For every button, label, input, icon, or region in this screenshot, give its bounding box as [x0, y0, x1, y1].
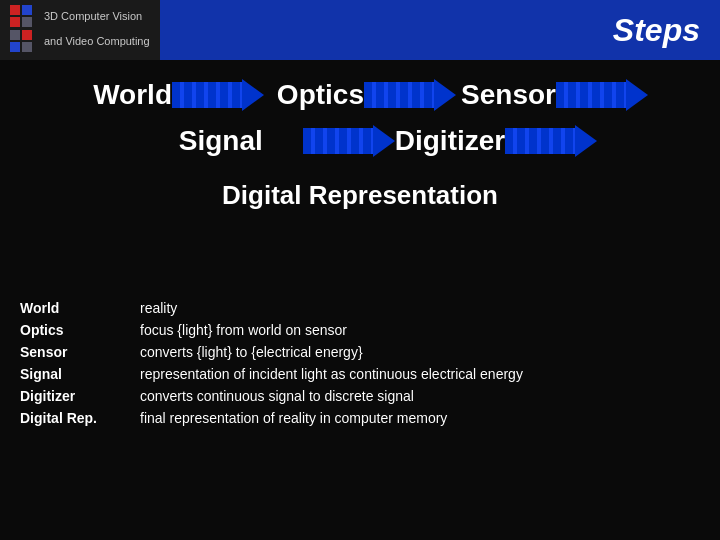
flow-row-2: Signal Digitizer [123, 116, 597, 166]
logo-sq-blue2 [10, 42, 20, 52]
digital-rep-label: Digital Representation [222, 180, 498, 211]
signal-label: Signal [123, 125, 303, 157]
arrow-body-4 [303, 128, 373, 154]
optics-label: Optics [264, 79, 364, 111]
logo-sq-gray2 [10, 30, 20, 40]
definitions-section: WorldrealityOpticsfocus {light} from wor… [0, 290, 720, 442]
title-line-1: 3D Computer Vision [10, 5, 150, 27]
flow-row-1: World Optics Sensor [72, 70, 648, 120]
arrow-signal-digitizer [303, 125, 395, 157]
world-label: World [72, 79, 172, 111]
diagram-area: World Optics Sensor Signal Digitizer Dig [0, 70, 720, 220]
def-description: converts {light} to {electrical energy} [140, 344, 363, 360]
arrow-body-3 [556, 82, 626, 108]
def-description: final representation of reality in compu… [140, 410, 447, 426]
def-term: Digitizer [20, 388, 140, 404]
arrow-optics-sensor [364, 79, 456, 111]
header-right-panel: Steps [160, 0, 720, 60]
logo-sq-gray1 [22, 17, 32, 27]
def-description: focus {light} from world on sensor [140, 322, 347, 338]
logo-sq-blue1 [22, 5, 32, 15]
header-title2: and Video Computing [44, 35, 150, 47]
def-description: representation of incident light as cont… [140, 366, 523, 382]
header-left-panel: 3D Computer Vision and Video Computing [0, 0, 160, 60]
arrow-head-1 [242, 79, 264, 111]
def-term: Signal [20, 366, 140, 382]
def-term: World [20, 300, 140, 316]
arrow-body-5 [505, 128, 575, 154]
definition-row: Digitizerconverts continuous signal to d… [20, 388, 700, 404]
def-description: converts continuous signal to discrete s… [140, 388, 414, 404]
logo-sq-red3 [22, 30, 32, 40]
arrow-world-optics [172, 79, 264, 111]
arrow-digitizer-end [505, 125, 597, 157]
arrow-body-2 [364, 82, 434, 108]
logo-sq-gray3 [22, 42, 32, 52]
def-description: reality [140, 300, 177, 316]
header: 3D Computer Vision and Video Computing S… [0, 0, 720, 60]
steps-label: Steps [613, 12, 700, 49]
definition-row: Worldreality [20, 300, 700, 316]
sensor-label: Sensor [456, 79, 556, 111]
definition-row: Signalrepresentation of incident light a… [20, 366, 700, 382]
header-title1: 3D Computer Vision [44, 10, 142, 22]
logo-sq-red2 [10, 17, 20, 27]
definition-row: Opticsfocus {light} from world on sensor [20, 322, 700, 338]
def-term: Optics [20, 322, 140, 338]
logo-squares-row1 [10, 5, 38, 27]
logo-sq-red1 [10, 5, 20, 15]
digitizer-label: Digitizer [395, 125, 505, 157]
def-term: Digital Rep. [20, 410, 140, 426]
def-term: Sensor [20, 344, 140, 360]
arrow-head-3 [626, 79, 648, 111]
definition-row: Digital Rep.final representation of real… [20, 410, 700, 426]
logo-squares-row2 [10, 30, 38, 52]
title-line-2: and Video Computing [10, 30, 150, 52]
flow-row-3: Digital Representation [222, 170, 498, 220]
definition-row: Sensorconverts {light} to {electrical en… [20, 344, 700, 360]
arrow-body-1 [172, 82, 242, 108]
arrow-sensor-end [556, 79, 648, 111]
arrow-head-5 [575, 125, 597, 157]
arrow-head-4 [373, 125, 395, 157]
arrow-head-2 [434, 79, 456, 111]
